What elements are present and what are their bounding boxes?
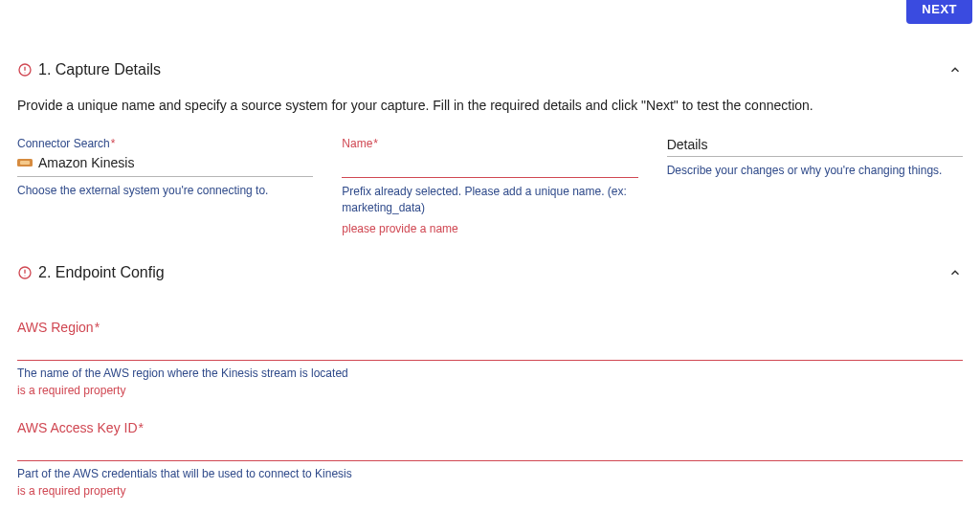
next-button[interactable]: NEXT (906, 0, 972, 24)
aws-access-key-label: AWS Access Key ID* (17, 420, 963, 437)
svg-point-7 (24, 275, 25, 276)
chevron-up-icon[interactable] (947, 62, 963, 78)
section-title-2: 2. Endpoint Config (38, 264, 165, 281)
aws-region-label: AWS Region* (17, 320, 963, 337)
field-aws-access-key: AWS Access Key ID* Part of the AWS crede… (17, 420, 963, 498)
details-label[interactable]: Details (667, 137, 963, 157)
aws-access-key-error: is a required property (17, 484, 963, 498)
field-name: Name* Prefix already selected. Please ad… (342, 137, 637, 235)
connector-value-text: Amazon Kinesis (38, 155, 134, 170)
aws-access-key-helper: Part of the AWS credentials that will be… (17, 467, 963, 480)
kinesis-icon (17, 156, 33, 169)
section-header-2: 2. Endpoint Config (17, 264, 963, 281)
field-aws-region: AWS Region* The name of the AWS region w… (17, 320, 963, 397)
details-helper: Describe your changes or why you're chan… (667, 163, 963, 179)
field-details: Details Describe your changes or why you… (667, 137, 963, 235)
name-error: please provide a name (342, 222, 637, 235)
connector-label: Connector Search* (17, 137, 313, 150)
name-input[interactable] (342, 155, 637, 178)
aws-region-helper: The name of the AWS region where the Kin… (17, 367, 963, 380)
alert-circle-icon (17, 62, 33, 78)
name-helper: Prefix already selected. Please add a un… (342, 184, 637, 216)
section-description-1: Provide a unique name and specify a sour… (17, 96, 963, 116)
section-title-1: 1. Capture Details (38, 61, 161, 78)
section-header-1: 1. Capture Details (17, 61, 963, 78)
aws-region-error: is a required property (17, 384, 963, 397)
field-connector: Connector Search* Amazon Kinesis Choose … (17, 137, 313, 235)
name-label: Name* (342, 137, 637, 150)
aws-access-key-input[interactable] (17, 442, 963, 461)
svg-point-2 (24, 72, 25, 73)
alert-circle-icon (17, 265, 33, 280)
aws-region-input[interactable] (17, 342, 963, 361)
connector-helper: Choose the external system you're connec… (17, 183, 313, 199)
chevron-up-icon[interactable] (947, 265, 963, 280)
connector-input[interactable]: Amazon Kinesis (17, 155, 313, 177)
svg-rect-4 (20, 161, 30, 165)
